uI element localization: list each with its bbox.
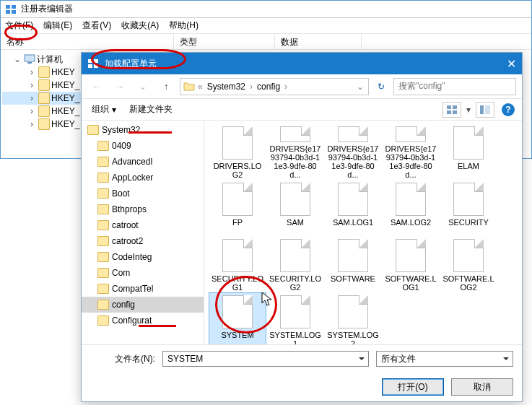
file-icon (280, 126, 310, 142)
sidebar-item-label: AdvancedI (112, 157, 153, 167)
file-item[interactable]: FP (209, 180, 266, 236)
menu-fav[interactable]: 收藏夹(A) (121, 19, 159, 32)
sidebar-item[interactable]: Bthprops (82, 201, 204, 217)
folder-icon (87, 125, 99, 135)
col-data[interactable]: 数据 (275, 34, 362, 49)
sidebar-item-label: catroot2 (112, 236, 143, 246)
svg-rect-13 (453, 110, 457, 114)
folder-icon (38, 105, 50, 117)
file-item[interactable]: SOFTWARE (324, 236, 382, 292)
file-item[interactable]: SAM.LOG2 (382, 180, 440, 236)
col-type[interactable]: 类型 (174, 34, 275, 49)
svg-rect-7 (94, 59, 98, 63)
sidebar-item[interactable]: CodeInteg (82, 249, 204, 265)
view-preview-button[interactable] (476, 102, 494, 118)
svg-rect-6 (88, 59, 92, 63)
breadcrumb[interactable]: « System32 › config › ⌄ (180, 78, 369, 95)
file-label: FP (231, 218, 244, 227)
nav-up-button[interactable]: ↑ (157, 77, 175, 96)
svg-rect-0 (6, 5, 10, 9)
help-button[interactable]: ? (502, 103, 515, 116)
tree-twisty-icon[interactable]: › (27, 106, 37, 116)
tree-twisty-icon[interactable]: › (27, 119, 37, 129)
menu-edit[interactable]: 编辑(E) (43, 19, 72, 32)
folder-icon (97, 204, 109, 214)
menu-help[interactable]: 帮助(H) (169, 19, 199, 32)
tree-hkey-label: HKEY_ (51, 93, 79, 103)
svg-rect-9 (94, 64, 98, 68)
sidebar-item[interactable]: AdvancedI (82, 154, 204, 170)
filetype-combo[interactable]: 所有文件 (376, 351, 513, 367)
nav-back-button[interactable]: ← (87, 77, 106, 96)
sidebar-item[interactable]: config (82, 297, 204, 313)
file-item[interactable]: SAM.LOG1 (324, 180, 382, 236)
tree-twisty-icon[interactable]: › (27, 80, 37, 90)
file-grid[interactable]: DRIVERS.LOG2DRIVERS{e1793794-0b3d-11e3-9… (204, 121, 522, 344)
tree-root-label: 计算机 (37, 53, 63, 66)
new-folder-button[interactable]: 新建文件夹 (126, 102, 175, 117)
folder-icon (38, 66, 50, 78)
file-item[interactable]: SOFTWARE.LOG2 (440, 236, 497, 292)
file-icon (396, 126, 426, 142)
menu-view[interactable]: 查看(V) (82, 19, 111, 32)
nav-forward-button[interactable]: → (110, 77, 129, 96)
crumb-2[interactable]: config (256, 82, 282, 92)
folder-icon (97, 300, 109, 310)
file-item[interactable]: SECURITY.LOG2 (266, 236, 324, 292)
file-item[interactable]: DRIVERS.LOG2 (209, 123, 266, 180)
regedit-icon (5, 4, 17, 15)
dialog-titlebar[interactable]: 加载配置单元 ✕ (82, 53, 522, 74)
sidebar-item[interactable]: CompatTel (82, 281, 204, 297)
file-label: SYSTEM (219, 331, 255, 339)
sidebar-item[interactable]: Configurat (82, 313, 204, 328)
tree-hkey-label: HKEY (51, 67, 75, 77)
file-item[interactable]: SYSTEM.LOG1 (266, 292, 324, 344)
file-item[interactable]: DRIVERS{e1793794-0b3d-11e3-9dfe-80d... (382, 123, 440, 180)
filename-label: 文件名(N): (90, 353, 155, 365)
filename-combo[interactable]: SYSTEM (162, 351, 369, 367)
file-item[interactable]: SOFTWARE.LOG1 (382, 236, 440, 292)
file-item[interactable]: DRIVERS{e1793794-0b3d-11e3-9dfe-80d... (266, 123, 324, 180)
cancel-button[interactable]: 取消 (451, 378, 513, 396)
file-item[interactable]: SECURITY.LOG1 (209, 236, 266, 292)
file-icon (222, 239, 253, 272)
file-item[interactable]: SAM (266, 180, 324, 236)
chevron-down-icon: ▾ (112, 105, 116, 115)
view-dropdown-icon[interactable]: ▾ (464, 102, 473, 118)
organize-button[interactable]: 组织 ▾ (89, 102, 119, 117)
file-item[interactable]: DRIVERS{e1793794-0b3d-11e3-9dfe-80d... (324, 123, 382, 180)
dialog-fields: 文件名(N): SYSTEM 所有文件 打开(O) 取消 (82, 344, 522, 401)
sidebar-item[interactable]: Com (82, 265, 204, 281)
file-item[interactable]: ELAM (440, 123, 497, 180)
file-item[interactable]: SYSTEM (209, 292, 266, 344)
tree-twisty-icon[interactable]: ⌄ (12, 54, 22, 64)
sidebar-item[interactable]: Boot (82, 186, 204, 201)
file-icon (338, 126, 368, 142)
tree-twisty-icon[interactable]: › (27, 93, 37, 103)
file-icon (338, 183, 368, 216)
sidebar-item[interactable]: catroot2 (82, 233, 204, 249)
view-icons-button[interactable] (442, 102, 461, 118)
dialog-sidebar[interactable]: System320409AdvancedIAppLockerBootBthpro… (82, 121, 204, 344)
file-item[interactable]: SYSTEM.LOG2 (324, 292, 382, 344)
nav-hist-dropdown[interactable]: ⌄ (134, 77, 152, 96)
menu-file[interactable]: 文件(F) (5, 19, 33, 32)
file-item[interactable]: SECURITY (440, 180, 497, 236)
dialog-close-button[interactable]: ✕ (507, 57, 516, 71)
sidebar-item[interactable]: System32 (82, 122, 204, 138)
sidebar-item[interactable]: AppLocker (82, 170, 204, 186)
search-placeholder: 搜索"config" (398, 80, 445, 92)
tree-twisty-icon[interactable]: › (27, 67, 37, 77)
sidebar-item[interactable]: catroot (82, 217, 204, 233)
open-button[interactable]: 打开(O) (382, 378, 444, 396)
col-name[interactable]: 名称 (1, 34, 174, 49)
file-label: SOFTWARE (329, 274, 377, 283)
refresh-button[interactable]: ↻ (373, 82, 389, 92)
crumb-1[interactable]: System32 (206, 82, 247, 92)
regedit-titlebar[interactable]: 注册表编辑器 (1, 1, 531, 18)
sidebar-item[interactable]: 0409 (82, 138, 204, 154)
open-button-label: 打开(O) (398, 381, 427, 393)
crumb-dropdown-icon[interactable]: ⌄ (355, 82, 365, 92)
file-icon (338, 295, 368, 328)
search-input[interactable]: 搜索"config" (393, 78, 516, 95)
